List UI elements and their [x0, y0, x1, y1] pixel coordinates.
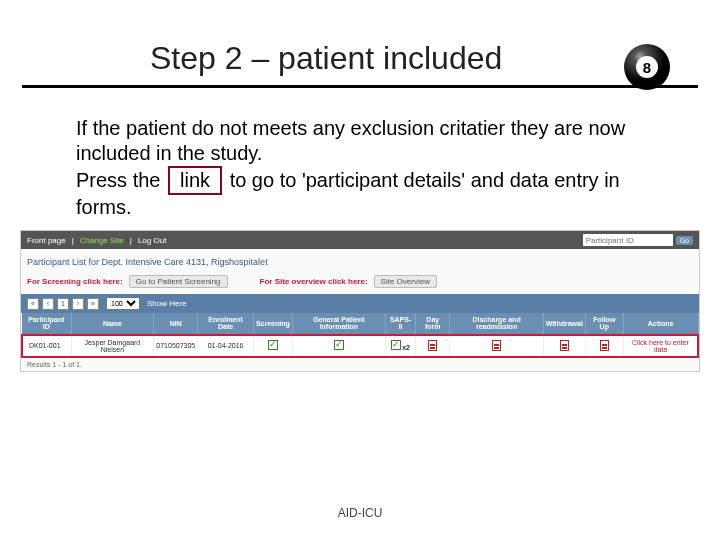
participant-table: Participant ID Name NIN Enrolment Date S… [21, 313, 699, 358]
nav-sep: | [72, 236, 74, 245]
check-icon [334, 340, 344, 350]
col-enrolment-date[interactable]: Enrolment Date [198, 313, 254, 335]
pager-next[interactable]: › [72, 298, 84, 310]
show-here-label: Show Here [147, 299, 187, 308]
search-input[interactable] [583, 234, 673, 246]
footer-label: AID-ICU [0, 506, 720, 520]
x2-badge: x2 [402, 344, 410, 351]
col-name[interactable]: Name [71, 313, 154, 335]
document-icon [560, 340, 569, 351]
cell-followup[interactable] [585, 335, 623, 357]
instruction-text: If the patient do not meets any exclusio… [0, 88, 720, 224]
cell-withdrawal[interactable] [543, 335, 585, 357]
instruction-line2: Press the link to go to 'participant det… [76, 166, 650, 220]
col-screening[interactable]: Screening [253, 313, 292, 335]
col-saps[interactable]: SAPS-II [386, 313, 416, 335]
instruction-line1: If the patient do not meets any exclusio… [76, 116, 650, 166]
table-row[interactable]: DK01-001 Jesper Damgaard Nielsen 0710507… [22, 335, 698, 357]
document-icon [428, 340, 437, 351]
app-screenshot: Front page | Change Site | Log Out Go Pa… [20, 230, 700, 372]
page-title: Step 2 – patient included [150, 40, 502, 77]
cell-screening[interactable] [253, 335, 292, 357]
col-actions[interactable]: Actions [623, 313, 698, 335]
pager-prev[interactable]: ‹ [42, 298, 54, 310]
cell-general[interactable] [292, 335, 385, 357]
document-icon [600, 340, 609, 351]
cell-saps[interactable]: x2 [386, 335, 416, 357]
pager-last[interactable]: » [87, 298, 99, 310]
cell-dayform[interactable] [416, 335, 450, 357]
action-row: For Screening click here: Go to Patient … [21, 269, 699, 294]
go-to-screening-button[interactable]: Go to Patient Screening [129, 275, 228, 288]
cell-nin: 0710507305 [154, 335, 198, 357]
nav-change-site[interactable]: Change Site [80, 236, 124, 245]
col-withdrawal[interactable]: Withdrawal [543, 313, 585, 335]
pager-page[interactable]: 1 [57, 298, 69, 310]
cell-name: Jesper Damgaard Nielsen [71, 335, 154, 357]
col-nin[interactable]: NIN [154, 313, 198, 335]
cell-actions[interactable]: Click here to enter data [623, 335, 698, 357]
pager: « ‹ 1 › » 100 Show Here [21, 294, 699, 313]
eightball-number: 8 [636, 56, 658, 78]
col-discharge[interactable]: Discharge and readmission [450, 313, 543, 335]
overview-label: For Site overview click here: [260, 277, 368, 286]
col-pid[interactable]: Participant ID [22, 313, 71, 335]
col-day-form[interactable]: Day form [416, 313, 450, 335]
cell-pid: DK01-001 [22, 335, 71, 357]
go-button[interactable]: Go [676, 236, 693, 245]
site-overview-button[interactable]: Site Overview [374, 275, 437, 288]
nav-logout[interactable]: Log Out [138, 236, 166, 245]
topbar: Front page | Change Site | Log Out Go [21, 231, 699, 249]
cell-discharge[interactable] [450, 335, 543, 357]
page-size-select[interactable]: 100 [106, 297, 140, 310]
results-count: Results 1 - 1 of 1. [21, 358, 699, 371]
nav-sep: | [130, 236, 132, 245]
enter-data-link[interactable]: Click here to enter data [632, 339, 689, 353]
eightball-icon: 8 [624, 44, 670, 90]
cell-date: 01-04-2016 [198, 335, 254, 357]
nav-front-page[interactable]: Front page [27, 236, 66, 245]
check-icon [391, 340, 401, 350]
link-callout-box: link [168, 166, 222, 195]
participant-list-title: Participant List for Dept. Intensive Car… [21, 249, 699, 269]
document-icon [492, 340, 501, 351]
pager-first[interactable]: « [27, 298, 39, 310]
check-icon [268, 340, 278, 350]
screening-label: For Screening click here: [27, 277, 123, 286]
col-general-info[interactable]: General Patient Information [292, 313, 385, 335]
line2-prefix: Press the [76, 169, 160, 191]
col-followup[interactable]: Follow Up [585, 313, 623, 335]
